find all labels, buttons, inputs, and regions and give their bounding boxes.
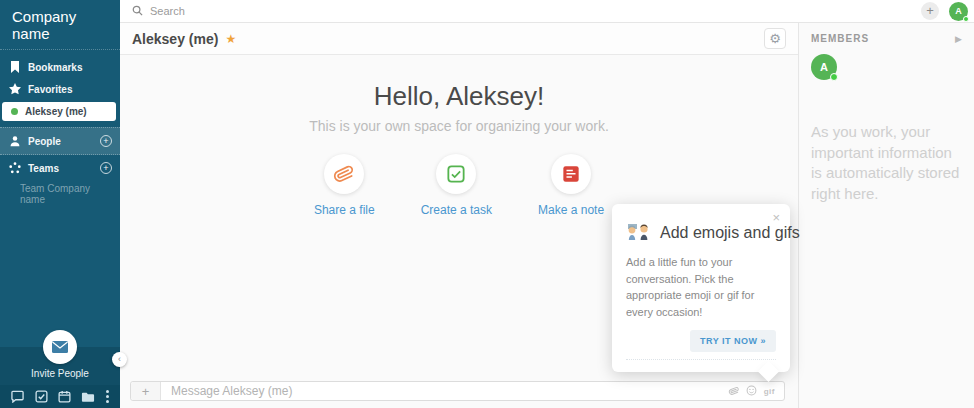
- content-column: Aleksey (me) ★ ⚙ Hello, Aleksey! This is…: [120, 23, 798, 408]
- sidebar-item-label: Bookmarks: [28, 62, 82, 73]
- teams-icon: [8, 162, 22, 174]
- workspace-title[interactable]: Company name: [0, 0, 120, 50]
- action-label[interactable]: Share a file: [314, 203, 375, 217]
- sidebar-item-aleksey-me[interactable]: Aleksey (me): [2, 102, 116, 121]
- action-label[interactable]: Create a task: [421, 203, 492, 217]
- hero-subtitle: This is your own space for organizing yo…: [120, 118, 798, 134]
- close-icon[interactable]: ×: [772, 211, 780, 224]
- hero-title: Hello, Aleksey!: [120, 81, 798, 112]
- check-square-icon[interactable]: [436, 154, 476, 194]
- search-icon: [132, 2, 143, 20]
- gif-icon[interactable]: gif: [764, 387, 775, 396]
- message-input[interactable]: [161, 384, 729, 398]
- search-bar[interactable]: [132, 2, 921, 20]
- share-file-action[interactable]: Share a file: [314, 154, 375, 217]
- avatar-initial: A: [820, 61, 828, 73]
- popup-header: Add emojis and gifs: [626, 221, 776, 245]
- popup-arrow-icon: [758, 361, 779, 382]
- welcome-hero: Hello, Aleksey! This is your own space f…: [120, 55, 798, 217]
- composer-icons: gif: [729, 382, 784, 400]
- settings-gear-icon[interactable]: ⚙: [764, 28, 786, 49]
- popup-button-row: TRY IT NOW »: [626, 330, 776, 360]
- emoji-tip-popup: × Add emojis a: [612, 204, 790, 372]
- person-icon: [8, 135, 22, 147]
- sidebar-item-teams[interactable]: Teams +: [0, 155, 120, 181]
- add-people-icon[interactable]: +: [100, 135, 112, 147]
- channel-title: Aleksey (me): [132, 31, 218, 47]
- sidebar-item-bookmarks[interactable]: Bookmarks: [0, 56, 120, 78]
- sidebar-item-label: Aleksey (me): [25, 106, 87, 117]
- members-header: MEMBERS ▶: [811, 33, 962, 44]
- sidebar-item-team-company-name[interactable]: Team Company name: [0, 181, 120, 207]
- sidebar-nav: Bookmarks Favorites Aleksey (me) People …: [0, 50, 120, 207]
- panel-hint-text: As you work, your important information …: [811, 122, 962, 205]
- topbar: + A: [120, 0, 974, 23]
- emoji-smiley-icon[interactable]: [746, 382, 757, 400]
- add-team-icon[interactable]: +: [100, 162, 112, 174]
- calendar-icon[interactable]: [58, 390, 71, 403]
- online-status-dot: [830, 73, 838, 81]
- more-icon[interactable]: [106, 390, 109, 403]
- make-note-action[interactable]: Make a note: [538, 154, 604, 217]
- workspace: Aleksey (me) ★ ⚙ Hello, Aleksey! This is…: [120, 23, 974, 408]
- main-area: + A Aleksey (me) ★ ⚙ Hello, Aleksey! Thi…: [120, 0, 974, 408]
- content-header: Aleksey (me) ★ ⚙: [120, 23, 798, 55]
- collapse-panel-icon[interactable]: ▶: [955, 34, 962, 44]
- invite-people-label: Invite People: [0, 368, 120, 379]
- sidebar-item-favorites[interactable]: Favorites: [0, 78, 120, 100]
- star-icon: [8, 83, 22, 95]
- online-status-dot: [963, 16, 969, 22]
- message-composer[interactable]: + gif: [130, 381, 785, 401]
- sidebar-item-label: Teams: [28, 163, 59, 174]
- popup-body-text: Add a little fun to your conversation. P…: [626, 254, 776, 320]
- tasks-icon[interactable]: [35, 390, 48, 403]
- bookmark-icon: [8, 61, 22, 73]
- note-icon[interactable]: [551, 154, 591, 194]
- sidebar-item-people[interactable]: People +: [0, 127, 120, 155]
- paperclip-icon[interactable]: [324, 154, 364, 194]
- sidebar-taskbar: [0, 385, 120, 408]
- emoji-figures-icon: [626, 221, 652, 245]
- app-window: Company name Bookmarks Favorites Aleksey…: [0, 0, 974, 408]
- attachment-paperclip-icon[interactable]: [729, 382, 739, 400]
- presence-dot-icon: [11, 108, 18, 115]
- favorite-star-icon[interactable]: ★: [225, 32, 236, 46]
- files-icon[interactable]: [81, 391, 95, 403]
- sidebar-collapse-icon[interactable]: ‹: [112, 352, 127, 367]
- sidebar-item-label: People: [28, 136, 61, 147]
- user-avatar[interactable]: A: [949, 2, 968, 21]
- members-panel: MEMBERS ▶ A As you work, your important …: [798, 23, 974, 408]
- member-avatar[interactable]: A: [811, 54, 837, 80]
- sidebar-item-label: Favorites: [28, 84, 72, 95]
- content-body: Hello, Aleksey! This is your own space f…: [120, 55, 798, 408]
- action-label[interactable]: Make a note: [538, 203, 604, 217]
- search-input[interactable]: [150, 5, 921, 17]
- members-label: MEMBERS: [811, 33, 869, 44]
- chats-icon[interactable]: [11, 390, 24, 403]
- invite-people-section[interactable]: Invite People: [0, 347, 120, 385]
- sidebar-spacer: [0, 207, 120, 347]
- sidebar: Company name Bookmarks Favorites Aleksey…: [0, 0, 120, 408]
- popup-title: Add emojis and gifs: [660, 224, 800, 242]
- avatar-initial: A: [955, 6, 962, 16]
- create-task-action[interactable]: Create a task: [421, 154, 492, 217]
- envelope-icon[interactable]: [43, 330, 77, 364]
- try-it-now-button[interactable]: TRY IT NOW »: [690, 330, 776, 352]
- add-button[interactable]: +: [921, 2, 939, 20]
- attach-plus-button[interactable]: +: [131, 382, 161, 400]
